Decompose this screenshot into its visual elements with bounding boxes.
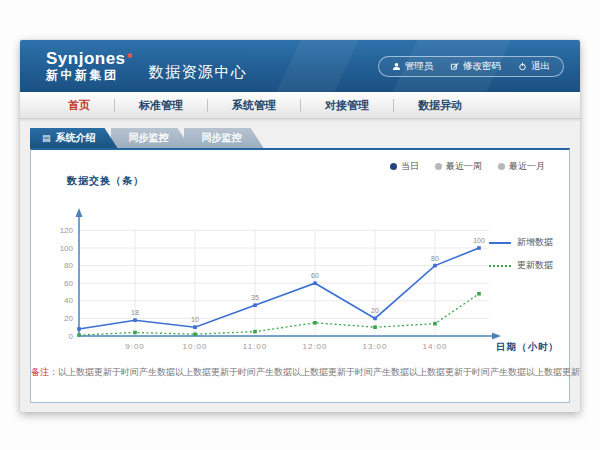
- company-logo: Synjones✱ 新中新集团: [46, 50, 132, 82]
- footnote-text: ：以上数据更新于时间产生数据以上数据更新于时间产生数据以上数据更新于时间产生数据…: [49, 367, 580, 377]
- tab-label: 同步监控: [129, 131, 169, 145]
- nav-item-4[interactable]: 对接管理: [301, 98, 393, 113]
- svg-text:9:00: 9:00: [125, 342, 145, 351]
- svg-text:20: 20: [371, 307, 379, 314]
- legend-label: 更新数据: [517, 259, 553, 272]
- svg-text:60: 60: [64, 279, 73, 288]
- dashboard-panel: 当日最近一周最近一月 数据交换（条） 0204060801001209:0010…: [30, 148, 570, 403]
- filter-option-1[interactable]: 当日: [390, 160, 419, 173]
- legend-item-1: 新增数据: [489, 236, 553, 249]
- y-axis-title: 数据交换（条）: [67, 174, 569, 188]
- page-title: 数据资源中心: [148, 63, 247, 82]
- svg-text:10: 10: [191, 316, 199, 323]
- logo-mark-icon: ✱: [127, 52, 133, 59]
- svg-text:18: 18: [131, 309, 139, 316]
- nav: 首页标准管理系统管理对接管理数据异动: [20, 92, 580, 119]
- nav-item-3[interactable]: 系统管理: [208, 98, 300, 113]
- svg-text:35: 35: [251, 294, 259, 301]
- tab-label: 同步监控: [202, 131, 242, 145]
- svg-text:10:00: 10:00: [182, 342, 207, 351]
- logo-subtext: 新中新集团: [46, 69, 132, 82]
- filter-label: 当日: [401, 160, 419, 173]
- nav-item-2[interactable]: 标准管理: [115, 98, 207, 113]
- app-header: Synjones✱ 新中新集团 数据资源中心 管理员 修改密码 退出: [20, 40, 580, 92]
- svg-text:20: 20: [64, 314, 73, 323]
- radio-dot-icon: [435, 163, 442, 170]
- logo-text: Synjones: [46, 49, 126, 68]
- footnote-label: 备注: [31, 367, 49, 377]
- power-icon: [518, 62, 527, 71]
- filter-option-3[interactable]: 最近一月: [498, 160, 545, 173]
- chart-legend: 新增数据更新数据: [489, 236, 553, 272]
- svg-text:0: 0: [69, 332, 74, 341]
- footnote: 备注：以上数据更新于时间产生数据以上数据更新于时间产生数据以上数据更新于时间产生…: [31, 366, 569, 379]
- admin-user-button[interactable]: 管理员: [392, 60, 434, 73]
- time-range-filter: 当日最近一周最近一月: [31, 150, 569, 173]
- svg-text:40: 40: [64, 296, 73, 305]
- filter-label: 最近一月: [509, 160, 545, 173]
- filter-label: 最近一周: [446, 160, 482, 173]
- svg-text:日期（小时）: 日期（小时）: [496, 341, 559, 353]
- radio-dot-icon: [390, 163, 397, 170]
- svg-text:12:00: 12:00: [302, 342, 327, 351]
- svg-text:100: 100: [60, 244, 74, 253]
- user-icon: [392, 62, 401, 71]
- svg-text:80: 80: [64, 261, 73, 270]
- nav-item-5[interactable]: 数据异动: [394, 98, 486, 113]
- tab-3[interactable]: 同步监控: [184, 128, 264, 148]
- tab-bar: ▤系统介绍同步监控同步监控: [30, 128, 580, 148]
- tab-1[interactable]: ▤系统介绍: [30, 128, 118, 148]
- legend-line-icon: [489, 265, 511, 267]
- logout-button[interactable]: 退出: [518, 60, 550, 73]
- content-area: ▤系统介绍同步监控同步监控 当日最近一周最近一月 数据交换（条） 0204060…: [20, 119, 580, 403]
- svg-text:13:00: 13:00: [362, 342, 387, 351]
- app-window: Synjones✱ 新中新集团 数据资源中心 管理员 修改密码 退出 首页标准管…: [20, 40, 580, 412]
- svg-text:60: 60: [311, 272, 319, 279]
- svg-text:11:00: 11:00: [243, 342, 267, 351]
- legend-label: 新增数据: [517, 236, 553, 249]
- exchange-line-chart: 0204060801001209:0010:0011:0012:0013:001…: [41, 190, 569, 358]
- tab-2[interactable]: 同步监控: [111, 128, 191, 148]
- radio-dot-icon: [498, 163, 505, 170]
- document-icon: ▤: [42, 134, 51, 143]
- svg-text:14:00: 14:00: [422, 342, 447, 351]
- edit-icon: [450, 62, 459, 71]
- tab-label: 系统介绍: [56, 131, 96, 145]
- filter-option-2[interactable]: 最近一周: [435, 160, 482, 173]
- legend-item-2: 更新数据: [489, 259, 553, 272]
- change-password-button[interactable]: 修改密码: [450, 60, 501, 73]
- legend-line-icon: [489, 242, 511, 244]
- nav-item-1[interactable]: 首页: [44, 98, 114, 113]
- svg-text:80: 80: [431, 255, 439, 262]
- chart-svg: 0204060801001209:0010:0011:0012:0013:001…: [41, 190, 561, 358]
- svg-text:100: 100: [473, 237, 485, 244]
- svg-text:120: 120: [60, 226, 74, 235]
- user-actions: 管理员 修改密码 退出: [378, 56, 565, 77]
